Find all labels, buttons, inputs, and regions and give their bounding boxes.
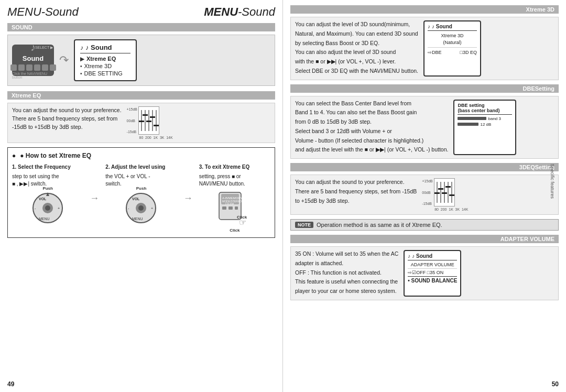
- slider-handle-2: [143, 114, 148, 116]
- svg-text:VOL: VOL: [39, 197, 47, 201]
- step-2: 2. Adjust the level using the VOL + or V…: [105, 164, 177, 226]
- push-label-1: Push: [42, 186, 53, 191]
- step-2-line2: the VOL + or VOL -: [105, 173, 177, 180]
- step-2-title: 2. Adjust the level using: [105, 164, 177, 171]
- device-2: Push VOL - + MENU: [123, 190, 159, 226]
- device-1-container: Push VOL - + MENU: [12, 190, 83, 226]
- icon-btn-5: [42, 64, 48, 71]
- menu-item-xtreme-eq: ▶ Xtreme EQ: [80, 55, 130, 62]
- svg-text:☞: ☞: [239, 218, 246, 226]
- step-3-line3: NAVI/MENU button.: [199, 180, 270, 188]
- dbe-bar-1: [458, 117, 486, 120]
- display-subtitle-3d: Xtreme 3D(Natural): [428, 32, 477, 48]
- 3deq-slider-1: [437, 181, 438, 204]
- 3deq-slider-2: [440, 181, 441, 204]
- dbe-bar-row-1: band 3: [458, 116, 512, 121]
- 3deq-track-1: [437, 182, 438, 203]
- how-to-section: ● ● How to set Xtreme EQ 1. Select the F…: [7, 147, 275, 238]
- left-page-title: MENU-Sound MENU-Sound: [7, 5, 275, 19]
- xtreme-3d-display: ♪ ♪ Sound Xtreme 3D(Natural) ⇨DBE □3D EQ: [423, 20, 481, 77]
- x3d-t4: You can also adjust the level of 3D soun…: [295, 48, 418, 57]
- eq-text: You can adjust the sound to your prefere…: [12, 106, 122, 139]
- adapter-display-row1: ⇨☑OFF □35 ON: [408, 270, 457, 275]
- svg-text:MENU: MENU: [132, 217, 143, 221]
- 3deq-body: You can adjust the sound to your prefere…: [290, 175, 559, 215]
- dbe-t2: Band 1 to 4. You can also set the Bass B…: [295, 108, 448, 117]
- x3d-t5: with the ■ or ▶▶| (or VOL +, VOL -) leve…: [295, 58, 418, 66]
- xtreme-eq-header: Xtreme EQ: [7, 91, 275, 100]
- eq-text-line1: You can adjust the sound to your prefere…: [12, 106, 122, 115]
- dbe-t3: from 0 dB to 15dB by 3dB step.: [295, 118, 448, 126]
- adapter-t3: OFF : This function is not activated.: [295, 269, 398, 277]
- right-page: Xtreme 3D You can adjust the level of 3D…: [283, 0, 566, 392]
- slider-track-5: [156, 110, 157, 131]
- slider-3: [148, 109, 149, 132]
- sound-section-header: SOUND: [7, 23, 275, 31]
- left-page: MENU-Sound MENU-Sound SOUND SELECT ▶ ♪ S…: [0, 0, 283, 392]
- menu-item-dbe: • DBE SETTING: [80, 70, 130, 77]
- slider-track-1: [141, 110, 142, 131]
- dbe-bar-row-2: 12 dB: [458, 122, 512, 127]
- x3d-t2: Natural, and Maximum). You can extend 3D…: [295, 30, 418, 38]
- 3deq-track-5: [451, 182, 452, 203]
- page-number-right: 50: [552, 380, 559, 388]
- 3deq-section: 3DEQSetting You can adjust the sound to …: [290, 163, 559, 215]
- dbe-header: DBESetting: [290, 84, 559, 93]
- step-1-title: 1. Select the Frequency: [12, 164, 83, 171]
- 3deq-handle-1: [434, 192, 440, 194]
- 3deq-t3: to +15dB by 3dB step.: [295, 197, 417, 205]
- arrow-between-2: →: [181, 193, 195, 204]
- 3deq-handle-4: [445, 186, 451, 188]
- device-3-container: A-B/MEMORY MODE/STEREO CD-FM Click ☞: [199, 190, 270, 226]
- adapter-vol-section: ADAPTER VOLUME 35 ON : Volume will set t…: [290, 235, 559, 300]
- slider-track-4: [152, 110, 153, 131]
- device-svg-1: VOL - + MENU: [29, 190, 66, 224]
- click-label-2: Click: [230, 227, 240, 233]
- triangle-icon: ▶: [80, 56, 84, 62]
- menu-note-icon: ♪: [80, 44, 83, 51]
- device-svg-2: VOL - + MENU: [123, 190, 159, 224]
- x3d-t3: by selecting Bass Boost or 3D EQ.: [295, 39, 418, 48]
- 3deq-track-4: [448, 182, 449, 203]
- svg-rect-22: [235, 206, 238, 210]
- 3deq-track-3: [444, 182, 445, 203]
- note-text: Operation method is as same as it of Xtr…: [317, 222, 442, 228]
- slider-handle-1: [139, 121, 144, 122]
- adapter-vol-body: 35 ON : Volume will set to 35 when the A…: [290, 246, 559, 300]
- icon-btn-6: [50, 64, 56, 71]
- adapter-display-row2: • SOUND BALANCE: [408, 276, 457, 284]
- note-badge: NOTE: [295, 222, 313, 228]
- how-to-steps: 1. Select the Frequency step to set usin…: [12, 164, 270, 233]
- page-number-left: 49: [7, 380, 14, 388]
- dbe-display-title: DBE setting(bass center band): [458, 103, 512, 115]
- adapter-display: ♪ ♪ Sound ADAPTER VOLUME ⇨☑OFF □35 ON • …: [404, 250, 461, 297]
- 3deq-visual: +15dB 00dB -15dB: [422, 178, 469, 211]
- 3deq-handle-5: [449, 194, 454, 196]
- dbe-t6: and adjust the level with the ■ or ▶▶| (…: [295, 146, 448, 154]
- svg-rect-21: [228, 206, 233, 210]
- bullet-icon-1: •: [80, 63, 82, 69]
- 3deq-slider-3: [444, 181, 445, 204]
- step-3-title: 3. To exit Xtreme EQ: [199, 164, 270, 171]
- adapter-display-subtitle: ADAPTER VOLUME: [408, 262, 457, 269]
- svg-point-10: [138, 205, 144, 211]
- dbe-bar-2: [458, 123, 478, 126]
- icon-btn-2: [18, 64, 25, 71]
- xtreme-3d-body: You can adjust the level of 3D sound(min…: [290, 17, 559, 80]
- click-hint: Click the NAVI/MENU button: [12, 72, 54, 79]
- 3deq-t2: There are 5 band frequency steps, set fr…: [295, 188, 417, 196]
- slider-handle-5: [154, 125, 159, 126]
- how-to-title: ● ● How to set Xtreme EQ: [12, 152, 270, 159]
- sound-section-body: SELECT ▶ ♪ Sound Click the NAVI/MENU but…: [7, 35, 275, 86]
- display-row1-3d: ⇨DBE □3D EQ: [428, 49, 477, 56]
- note-box: NOTE Operation method is as same as it o…: [290, 219, 559, 231]
- step-1: 1. Select the Frequency step to set usin…: [12, 164, 83, 226]
- slider-track-2: [145, 110, 146, 131]
- step-3: 3. To exit Xtreme EQ setting, press ■ or…: [199, 164, 270, 233]
- 3deq-db-labels: +15dB 00dB -15dB: [422, 178, 432, 206]
- slider-2: [145, 109, 146, 132]
- adapter-text: 35 ON : Volume will set to 35 when the A…: [295, 250, 398, 297]
- slider-handle-3: [146, 121, 151, 122]
- bullet-icon-how: ●: [12, 152, 16, 159]
- eq-db-labels: +15dB 00dB -15dB: [127, 106, 137, 135]
